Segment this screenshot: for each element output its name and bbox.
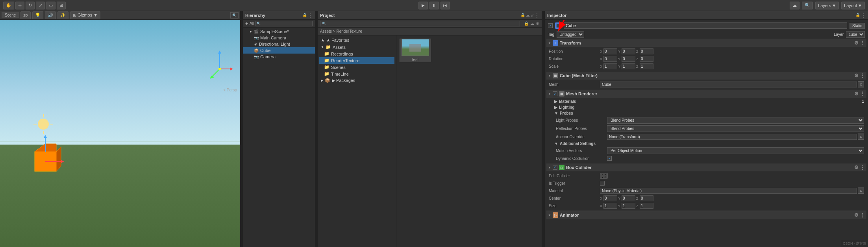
collider-material-pick-btn[interactable]: ⊙ bbox=[858, 188, 864, 194]
mesh-renderer-enabled[interactable] bbox=[553, 91, 557, 96]
file-thumbnail-test[interactable]: test bbox=[400, 39, 431, 62]
audio-toggle[interactable]: 🔊 bbox=[45, 11, 56, 19]
mesh-renderer-dots-icon[interactable]: ⋮ bbox=[860, 91, 865, 97]
box-collider-header[interactable]: ▼ ◻ Box Collider ⚙ ⋮ bbox=[546, 163, 866, 171]
transform-dots-icon[interactable]: ⋮ bbox=[860, 40, 865, 46]
project-breadcrumb-icon3[interactable]: ⚙ bbox=[536, 21, 539, 26]
assets-item[interactable]: ▼ 📁 Assets bbox=[319, 44, 394, 50]
collider-material-input[interactable] bbox=[600, 188, 857, 194]
is-trigger-checkbox[interactable] bbox=[600, 181, 605, 186]
rotation-x-input[interactable] bbox=[603, 56, 617, 62]
rotate-tool-btn[interactable]: ↻ bbox=[26, 2, 35, 9]
favorites-item[interactable]: ★ ★ Favorites bbox=[319, 37, 394, 44]
scale-z-input[interactable] bbox=[640, 63, 653, 69]
step-button[interactable]: ⏭ bbox=[440, 2, 450, 9]
center-x-input[interactable] bbox=[603, 195, 617, 201]
packages-item[interactable]: ▶ 📦 ▶ Packages bbox=[319, 77, 394, 84]
reflection-probes-select[interactable]: Blend Probes bbox=[607, 125, 864, 132]
hierarchy-item-maincamera[interactable]: 📷 Main Camera bbox=[243, 35, 315, 41]
scene-tab[interactable]: Scene bbox=[2, 12, 19, 18]
2d-toggle[interactable]: 2D bbox=[20, 11, 31, 19]
timeline-item[interactable]: 📁 TimeLine bbox=[319, 71, 394, 77]
static-button[interactable]: Static bbox=[849, 23, 865, 29]
scenes-item[interactable]: 📁 Scenes bbox=[319, 64, 394, 71]
project-menu-btn[interactable]: ⋮ bbox=[535, 13, 539, 18]
scale-tool-btn[interactable]: ⤢ bbox=[36, 2, 45, 9]
rendertexture-item[interactable]: 📁 RenderTexture bbox=[319, 57, 394, 64]
inspector-lock-btn[interactable]: 🔒 bbox=[855, 13, 860, 18]
play-button[interactable]: ▶ bbox=[418, 2, 428, 9]
animator-dots-icon[interactable]: ⋮ bbox=[860, 212, 865, 218]
anchor-pick-btn[interactable]: ⊙ bbox=[858, 134, 864, 140]
hierarchy-menu-btn[interactable]: ⋮ bbox=[308, 13, 313, 18]
mesh-filter-gear-icon[interactable]: ⚙ bbox=[854, 73, 859, 78]
box-collider-enabled[interactable] bbox=[553, 165, 557, 170]
project-breadcrumb-icons[interactable]: 🔒 bbox=[524, 21, 529, 26]
transform-tool-btn[interactable]: ⊞ bbox=[57, 2, 66, 9]
scene-canvas[interactable]: < Persp bbox=[0, 20, 240, 247]
mesh-renderer-header[interactable]: ▼ ▦ Mesh Renderer ⚙ ⋮ bbox=[546, 90, 866, 98]
inspector-menu-btn[interactable]: ⋮ bbox=[861, 13, 866, 18]
transform-gear-icon[interactable]: ⚙ bbox=[854, 40, 859, 46]
hierarchy-item-camera[interactable]: 📷 Camera bbox=[243, 54, 315, 60]
animator-gear-icon[interactable]: ⚙ bbox=[854, 212, 859, 218]
anchor-override-input[interactable] bbox=[607, 134, 857, 140]
transform-header[interactable]: ▼ ⊹ Transform ⚙ ⋮ bbox=[546, 39, 866, 47]
layout-btn[interactable]: Layout ▼ bbox=[841, 2, 865, 9]
project-icon1-btn[interactable]: 🔒 bbox=[520, 13, 525, 18]
box-collider-gear-icon[interactable]: ⚙ bbox=[854, 165, 859, 170]
lighting-toggle[interactable]: 💡 bbox=[32, 11, 43, 19]
position-y-input[interactable] bbox=[622, 48, 635, 54]
hierarchy-item-cube[interactable]: 📦 Cube bbox=[243, 47, 315, 54]
hierarchy-item-samplescene[interactable]: ▼ 🎬 SampleScene* bbox=[243, 28, 315, 35]
rect-tool-btn[interactable]: ▭ bbox=[46, 2, 56, 9]
search-btn[interactable]: 🔍 bbox=[802, 2, 813, 9]
additional-settings-subheader[interactable]: ▼ Additional Settings bbox=[546, 141, 866, 147]
box-collider-dots-icon[interactable]: ⋮ bbox=[860, 165, 865, 170]
hand-tool-btn[interactable]: ✋ bbox=[3, 2, 14, 9]
scale-y-input[interactable] bbox=[622, 63, 635, 69]
recordings-item[interactable]: 📁 Recordings bbox=[319, 50, 394, 57]
center-z-input[interactable] bbox=[640, 195, 653, 201]
object-name-input[interactable] bbox=[564, 22, 847, 29]
dynamic-occlusion-checkbox[interactable] bbox=[607, 156, 612, 161]
position-x-input[interactable] bbox=[603, 48, 617, 54]
project-icon3-btn[interactable]: ↙ bbox=[531, 13, 534, 18]
mesh-input[interactable] bbox=[600, 82, 857, 87]
size-z-input[interactable] bbox=[640, 203, 653, 209]
position-z-input[interactable] bbox=[640, 48, 653, 54]
gizmos-btn[interactable]: ⊞ Gizmos ▼ bbox=[70, 11, 100, 19]
move-tool-btn[interactable]: ✛ bbox=[15, 2, 24, 9]
mesh-filter-header[interactable]: ▼ ▦ Cube (Mesh Filter) ⚙ ⋮ bbox=[546, 72, 866, 80]
layer-select[interactable]: cube bbox=[846, 31, 865, 38]
hierarchy-lock-btn[interactable]: 🔒 bbox=[302, 13, 307, 18]
animator-header[interactable]: ▼ ▷ Animator ⚙ ⋮ bbox=[546, 211, 866, 219]
tag-select[interactable]: Untagged bbox=[557, 31, 584, 38]
probes-subheader[interactable]: ▼ Probes bbox=[546, 110, 866, 116]
materials-subheader[interactable]: ▶ Materials 1 bbox=[546, 98, 866, 104]
box-collider-component-icon: ◻ bbox=[559, 165, 564, 170]
project-icon2-btn[interactable]: ☁ bbox=[526, 13, 530, 18]
center-y-input[interactable] bbox=[622, 195, 635, 201]
lighting-subheader[interactable]: ▶ Lighting bbox=[546, 104, 866, 110]
rotation-z-input[interactable] bbox=[640, 56, 653, 62]
layers-btn[interactable]: Layers ▼ bbox=[815, 2, 839, 9]
hierarchy-add-btn[interactable]: + bbox=[244, 21, 249, 26]
cloud-sync-btn[interactable]: ☁ bbox=[790, 2, 800, 9]
enabled-checkbox[interactable] bbox=[548, 23, 553, 28]
rotation-y-input[interactable] bbox=[622, 56, 635, 62]
size-x-input[interactable] bbox=[603, 203, 617, 209]
mesh-renderer-gear-icon[interactable]: ⚙ bbox=[854, 91, 859, 97]
mesh-filter-dots-icon[interactable]: ⋮ bbox=[860, 73, 865, 78]
center-z-label: Z bbox=[636, 197, 639, 201]
pause-button[interactable]: ⏸ bbox=[429, 2, 439, 9]
mesh-pick-btn[interactable]: ⊙ bbox=[858, 81, 864, 87]
motion-vectors-select[interactable]: Per Object Motion bbox=[607, 147, 864, 154]
fx-toggle[interactable]: ✨ bbox=[57, 11, 68, 19]
size-y-input[interactable] bbox=[622, 203, 635, 209]
project-breadcrumb-icon2[interactable]: ☁ bbox=[530, 21, 534, 26]
light-probes-select[interactable]: Blend Probes bbox=[607, 117, 864, 124]
hierarchy-item-directionallight[interactable]: ☀ Directional Light bbox=[243, 41, 315, 47]
scale-x-input[interactable] bbox=[603, 63, 617, 69]
edit-collider-btn[interactable]: ⛶ bbox=[600, 173, 608, 179]
